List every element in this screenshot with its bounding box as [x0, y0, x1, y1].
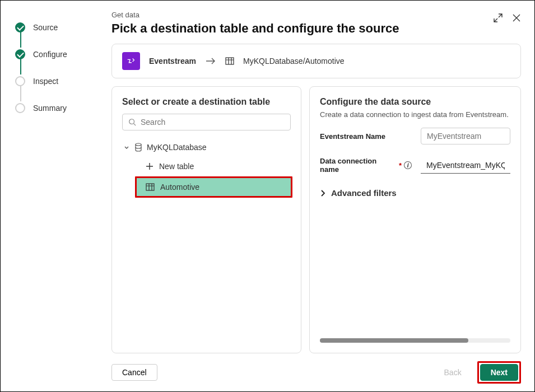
table-icon — [146, 183, 155, 191]
check-icon — [15, 49, 25, 59]
advanced-filters-label: Advanced filters — [331, 188, 397, 198]
table-item-automotive[interactable]: Automotive — [137, 178, 291, 196]
step-label: Inspect — [33, 77, 58, 86]
panel-title: Configure the data source — [320, 97, 510, 107]
advanced-filters-toggle[interactable]: Advanced filters — [320, 188, 510, 198]
circle-icon — [15, 76, 25, 86]
destination-label: MyKQLDatabase/Automotive — [243, 57, 345, 66]
step-inspect[interactable]: Inspect — [15, 68, 96, 95]
svg-rect-3 — [146, 184, 154, 190]
svg-point-2 — [136, 143, 141, 146]
table-name: Automotive — [160, 183, 199, 192]
new-table-button[interactable]: New table — [137, 157, 291, 175]
wizard-stepper: Source Configure Inspect Summary — [1, 1, 101, 391]
table-icon — [225, 57, 234, 65]
check-icon — [15, 22, 25, 32]
plus-icon — [146, 162, 153, 170]
source-label: Eventstream — [149, 57, 196, 66]
step-label: Configure — [33, 50, 67, 59]
search-icon — [128, 118, 136, 126]
search-input[interactable] — [141, 118, 285, 127]
svg-point-1 — [129, 119, 134, 124]
step-summary[interactable]: Summary — [15, 95, 96, 122]
step-label: Source — [33, 23, 58, 32]
database-name: MyKQLDatabase — [147, 143, 207, 152]
close-icon[interactable] — [512, 13, 521, 22]
panel-subtitle: Create a data connection to ingest data … — [320, 110, 510, 119]
database-tree: MyKQLDatabase New table — [122, 141, 291, 198]
eventstream-name-input — [421, 128, 510, 144]
horizontal-scrollbar[interactable] — [320, 338, 510, 343]
cancel-button[interactable]: Cancel — [111, 364, 157, 381]
database-node[interactable]: MyKQLDatabase — [122, 141, 291, 154]
database-icon — [134, 143, 142, 152]
eventstream-icon — [122, 52, 140, 70]
footer-actions: Cancel Back Next — [111, 353, 521, 384]
configure-source-panel: Configure the data source Create a data … — [309, 86, 521, 353]
expand-icon[interactable] — [493, 13, 503, 23]
step-source[interactable]: Source — [15, 14, 96, 41]
destination-table-panel: Select or create a destination table — [111, 86, 301, 353]
source-destination-path: Eventstream MyKQLDatabase/Automotive — [111, 44, 521, 78]
main-content: Get data Pick a destination table and co… — [101, 1, 534, 391]
step-configure[interactable]: Configure — [15, 41, 96, 68]
info-icon[interactable]: i — [404, 161, 412, 169]
circle-icon — [15, 103, 25, 113]
page-title: Pick a destination table and configure t… — [111, 21, 399, 36]
svg-rect-0 — [226, 58, 234, 64]
required-asterisk: * — [399, 161, 402, 170]
next-highlight: Next — [477, 361, 521, 384]
new-table-label: New table — [159, 162, 194, 171]
label-text: Data connection name — [320, 157, 397, 174]
connection-name-label: Data connection name * i — [320, 157, 412, 174]
breadcrumb: Get data — [111, 11, 399, 19]
back-button: Back — [434, 365, 472, 380]
arrow-right-icon — [205, 57, 216, 65]
chevron-right-icon — [320, 189, 325, 197]
search-box[interactable] — [122, 114, 291, 130]
panel-title: Select or create a destination table — [122, 97, 291, 107]
eventstream-name-label: Eventstream Name — [320, 132, 385, 141]
connection-name-input[interactable] — [421, 157, 510, 174]
next-button[interactable]: Next — [480, 364, 518, 381]
step-label: Summary — [33, 104, 67, 113]
selected-highlight: Automotive — [135, 176, 292, 198]
chevron-down-icon — [123, 144, 130, 151]
